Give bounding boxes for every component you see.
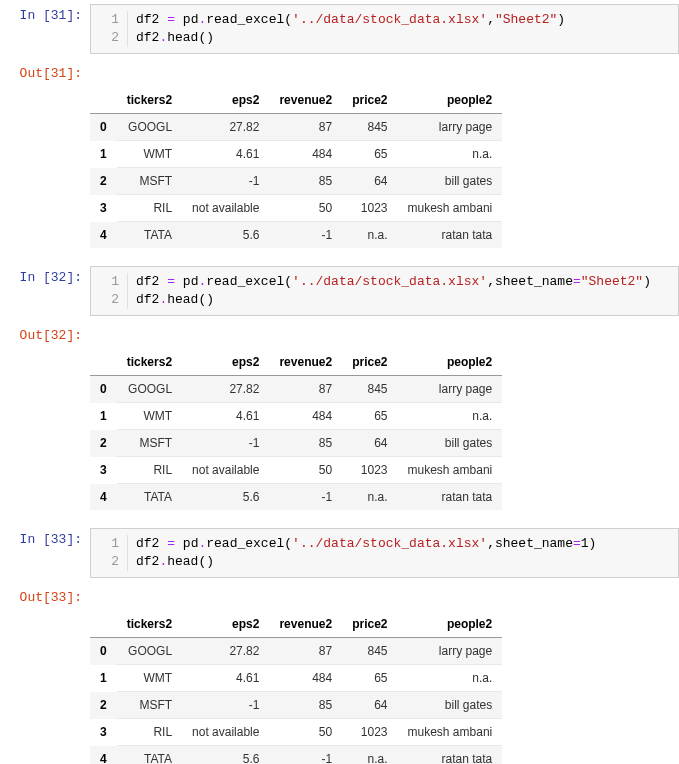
table-cell: 5.6	[182, 222, 269, 249]
table-cell: 4.61	[182, 141, 269, 168]
code-area[interactable]: 12df2 = pd.read_excel('../data/stock_dat…	[90, 528, 679, 578]
input-prompt: In [31]:	[0, 0, 90, 23]
table-row: 0GOOGL27.8287845larry page	[90, 638, 502, 665]
table-cell: GOOGL	[117, 114, 182, 141]
table-cell: not available	[182, 457, 269, 484]
table-header: tickers2	[117, 611, 182, 638]
table-header: tickers2	[117, 349, 182, 376]
input-cell: In [31]:12df2 = pd.read_excel('../data/s…	[0, 0, 679, 58]
output-prompt-row: Out[31]:	[0, 58, 679, 81]
table-header: revenue2	[269, 87, 342, 114]
table-row: 1WMT4.6148465n.a.	[90, 403, 502, 430]
table-cell: 5.6	[182, 746, 269, 765]
output-prompt-row: Out[33]:	[0, 582, 679, 605]
table-cell: larry page	[398, 114, 503, 141]
table-index: 1	[90, 141, 117, 168]
table-cell: 65	[342, 141, 397, 168]
table-cell: 845	[342, 638, 397, 665]
output-prompt: Out[32]:	[0, 320, 90, 343]
dataframe-table: tickers2eps2revenue2price2people20GOOGL2…	[90, 87, 502, 248]
table-cell: 4.61	[182, 665, 269, 692]
table-cell: mukesh ambani	[398, 457, 503, 484]
output-area: tickers2eps2revenue2price2people20GOOGL2…	[90, 343, 679, 524]
input-prompt: In [33]:	[0, 524, 90, 547]
table-cell: larry page	[398, 638, 503, 665]
table-index: 1	[90, 403, 117, 430]
table-cell: 27.82	[182, 638, 269, 665]
table-cell: 85	[269, 430, 342, 457]
table-index: 0	[90, 638, 117, 665]
table-cell: 87	[269, 638, 342, 665]
table-index: 4	[90, 222, 117, 249]
code-content[interactable]: df2 = pd.read_excel('../data/stock_data.…	[128, 273, 651, 309]
table-cell: 1023	[342, 457, 397, 484]
table-row: 4TATA5.6-1n.a.ratan tata	[90, 746, 502, 765]
table-cell: 65	[342, 403, 397, 430]
table-cell: 484	[269, 665, 342, 692]
table-header: eps2	[182, 611, 269, 638]
table-row: 1WMT4.6148465n.a.	[90, 141, 502, 168]
table-index: 0	[90, 376, 117, 403]
line-gutter: 12	[91, 535, 128, 571]
table-row: 0GOOGL27.8287845larry page	[90, 114, 502, 141]
table-cell: 50	[269, 457, 342, 484]
table-cell: 65	[342, 665, 397, 692]
table-row: 4TATA5.6-1n.a.ratan tata	[90, 222, 502, 249]
table-row: 4TATA5.6-1n.a.ratan tata	[90, 484, 502, 511]
table-row: 2MSFT-18564bill gates	[90, 168, 502, 195]
table-index: 1	[90, 665, 117, 692]
table-row: 1WMT4.6148465n.a.	[90, 665, 502, 692]
table-header: eps2	[182, 87, 269, 114]
table-cell: n.a.	[398, 141, 503, 168]
table-header: people2	[398, 349, 503, 376]
table-cell: 484	[269, 403, 342, 430]
table-cell: ratan tata	[398, 484, 503, 511]
line-gutter: 12	[91, 11, 128, 47]
table-cell: n.a.	[342, 484, 397, 511]
output-area: tickers2eps2revenue2price2people20GOOGL2…	[90, 605, 679, 764]
table-row: 2MSFT-18564bill gates	[90, 692, 502, 719]
table-header: price2	[342, 349, 397, 376]
table-cell: mukesh ambani	[398, 719, 503, 746]
table-cell: GOOGL	[117, 638, 182, 665]
code-area[interactable]: 12df2 = pd.read_excel('../data/stock_dat…	[90, 4, 679, 54]
table-cell: 845	[342, 376, 397, 403]
code-content[interactable]: df2 = pd.read_excel('../data/stock_data.…	[128, 535, 596, 571]
table-cell: TATA	[117, 746, 182, 765]
input-prompt: In [32]:	[0, 262, 90, 285]
table-row: 3RILnot available501023mukesh ambani	[90, 457, 502, 484]
table-header: price2	[342, 611, 397, 638]
code-content[interactable]: df2 = pd.read_excel('../data/stock_data.…	[128, 11, 565, 47]
table-cell: 64	[342, 692, 397, 719]
table-cell: not available	[182, 195, 269, 222]
table-cell: 845	[342, 114, 397, 141]
table-header: price2	[342, 87, 397, 114]
table-cell: -1	[269, 746, 342, 765]
table-header: people2	[398, 87, 503, 114]
table-index: 3	[90, 195, 117, 222]
table-cell: 5.6	[182, 484, 269, 511]
code-area[interactable]: 12df2 = pd.read_excel('../data/stock_dat…	[90, 266, 679, 316]
table-cell: 87	[269, 376, 342, 403]
table-header: tickers2	[117, 87, 182, 114]
table-cell: n.a.	[342, 746, 397, 765]
output-prompt: Out[33]:	[0, 582, 90, 605]
table-cell: -1	[182, 692, 269, 719]
table-row: 3RILnot available501023mukesh ambani	[90, 719, 502, 746]
table-cell: -1	[269, 484, 342, 511]
table-cell: 85	[269, 692, 342, 719]
input-cell: In [32]:12df2 = pd.read_excel('../data/s…	[0, 262, 679, 320]
table-cell: TATA	[117, 484, 182, 511]
table-cell: MSFT	[117, 430, 182, 457]
table-cell: 27.82	[182, 376, 269, 403]
table-cell: 484	[269, 141, 342, 168]
table-cell: n.a.	[398, 665, 503, 692]
table-cell: bill gates	[398, 430, 503, 457]
table-cell: 50	[269, 195, 342, 222]
table-cell: GOOGL	[117, 376, 182, 403]
table-cell: not available	[182, 719, 269, 746]
table-cell: WMT	[117, 141, 182, 168]
table-row: 2MSFT-18564bill gates	[90, 430, 502, 457]
table-cell: WMT	[117, 665, 182, 692]
table-cell: RIL	[117, 195, 182, 222]
